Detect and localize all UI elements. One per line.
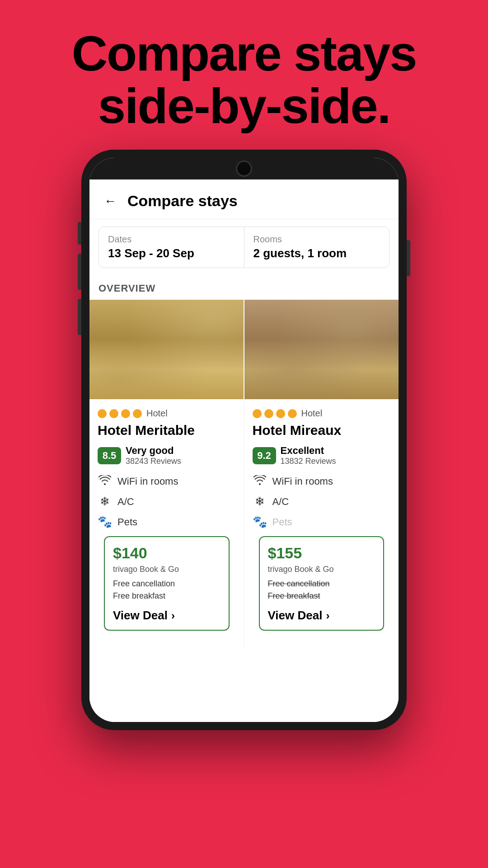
pets-icon-left: 🐾 [98,515,112,529]
star-dot-2 [109,409,118,418]
rating-count-right: 13832 Reviews [281,457,336,466]
hotel-col-right: Hotel Hotel Mireaux 9.2 Excellent 13832 … [244,399,399,647]
ac-label-right: A/C [272,496,289,508]
view-deal-label-left: View Deal [113,609,168,623]
rating-row-right: 9.2 Excellent 13832 Reviews [253,445,391,466]
screen-title: Compare stays [127,192,238,210]
phone-notch [89,158,399,179]
rating-badge-right: 9.2 [253,447,276,464]
rating-label-right: Excellent [281,445,336,457]
amenity-pets-left: 🐾 Pets [98,515,236,529]
wifi-label-left: WiFi in rooms [117,476,178,487]
phone-volume-down-button [78,299,81,335]
view-deal-btn-right[interactable]: View Deal › [268,609,375,623]
hotel-type-right: Hotel [301,408,323,419]
phone-outer: ← Compare stays Dates 13 Sep - 20 Sep Ro… [81,150,407,730]
pets-label-right: Pets [272,516,292,528]
price-amount-right: $155 [268,544,375,562]
search-bar[interactable]: Dates 13 Sep - 20 Sep Rooms 2 guests, 1 … [99,226,389,268]
hotel-stars-right: Hotel [253,408,391,419]
hotel-type-left: Hotel [146,408,168,419]
star-dot-4 [133,409,142,418]
hotel-images-row [89,300,399,399]
hero-section: Compare stays side-by-side. [0,0,488,150]
price-card-left[interactable]: $140 trivago Book & Go Free cancellation… [104,536,230,631]
hotel-stars-left: Hotel [98,408,236,419]
dates-field[interactable]: Dates 13 Sep - 20 Sep [99,227,244,268]
hotel-image-right [244,300,399,399]
pets-icon-right: 🐾 [253,515,267,529]
hotel-name-left: Hotel Meritable [98,422,236,439]
view-deal-label-right: View Deal [268,609,323,623]
star-dot-r2 [264,409,273,418]
hotel-col-left: Hotel Hotel Meritable 8.5 Very good 3824… [89,399,244,647]
phone-screen: ← Compare stays Dates 13 Sep - 20 Sep Ro… [89,158,399,722]
star-dot-1 [98,409,107,418]
price-breakfast-right: Free breakfast [268,590,375,602]
star-dot-r3 [276,409,285,418]
pets-label-left: Pets [117,516,137,528]
star-dot-r4 [288,409,297,418]
star-dot-3 [121,409,130,418]
rating-count-left: 38243 Reviews [126,457,181,466]
price-provider-left: trivago Book & Go [113,565,221,574]
dates-label: Dates [108,234,235,245]
wifi-icon-left [98,474,112,488]
price-cancellation-left: Free cancellation [113,578,221,590]
hotel-image-left [89,300,244,399]
view-deal-btn-left[interactable]: View Deal › [113,609,221,623]
rooms-label: Rooms [253,234,380,245]
screen-header: ← Compare stays [89,179,399,219]
wifi-label-right: WiFi in rooms [272,476,333,487]
amenity-ac-left: ❄ A/C [98,495,236,509]
rooms-value: 2 guests, 1 room [253,246,380,260]
price-card-right[interactable]: $155 trivago Book & Go Free cancellation… [259,536,385,631]
phone-mockup: ← Compare stays Dates 13 Sep - 20 Sep Ro… [81,150,407,730]
overview-label: OVERVIEW [89,275,399,300]
back-button[interactable]: ← [104,194,117,208]
amenity-pets-right: 🐾 Pets [253,515,391,529]
rating-label-left: Very good [126,445,181,457]
ac-icon-right: ❄ [253,495,267,509]
chevron-right-icon-right: › [326,609,329,622]
rating-row-left: 8.5 Very good 38243 Reviews [98,445,236,466]
rooms-field[interactable]: Rooms 2 guests, 1 room [244,227,389,268]
rating-info-right: Excellent 13832 Reviews [281,445,336,466]
phone-power-button [407,240,410,276]
price-provider-right: trivago Book & Go [268,565,375,574]
price-amount-left: $140 [113,544,221,562]
amenity-wifi-left: WiFi in rooms [98,474,236,488]
rating-badge-left: 8.5 [98,447,121,464]
ac-icon-left: ❄ [98,495,112,509]
dates-value: 13 Sep - 20 Sep [108,246,235,260]
chevron-right-icon-left: › [171,609,175,622]
price-breakfast-left: Free breakfast [113,590,221,602]
screen-content: ← Compare stays Dates 13 Sep - 20 Sep Ro… [89,179,399,722]
image-divider [244,300,244,399]
ac-label-left: A/C [117,496,134,508]
price-cancellation-right: Free cancellation [268,578,375,590]
wifi-icon-right [253,474,267,488]
amenity-wifi-right: WiFi in rooms [253,474,391,488]
phone-mute-button [78,222,81,245]
star-dot-r1 [253,409,262,418]
amenity-ac-right: ❄ A/C [253,495,391,509]
phone-camera [236,160,252,177]
hotels-compare: Hotel Hotel Meritable 8.5 Very good 3824… [89,399,399,647]
phone-volume-up-button [78,254,81,290]
rating-info-left: Very good 38243 Reviews [126,445,181,466]
hero-title: Compare stays side-by-side. [27,27,461,132]
hotel-name-right: Hotel Mireaux [253,422,391,439]
